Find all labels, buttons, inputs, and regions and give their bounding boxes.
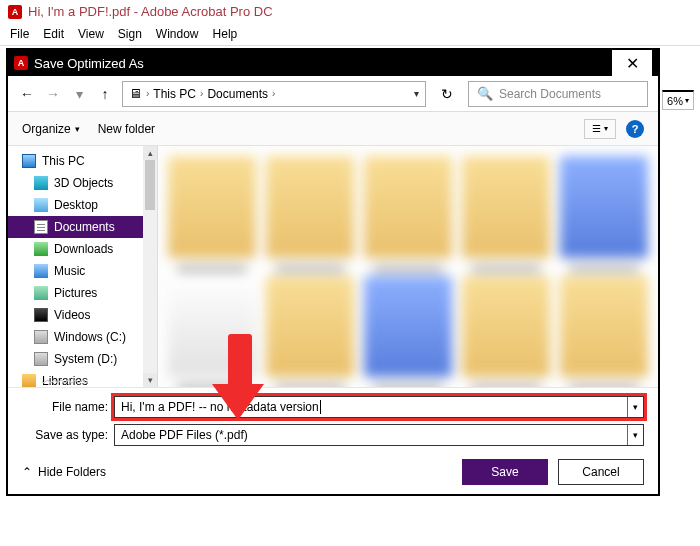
help-button[interactable]: ? [626, 120, 644, 138]
pc-icon: 🖥 [129, 86, 142, 101]
organize-button[interactable]: Organize ▾ [22, 122, 80, 136]
recent-locations-button[interactable]: ▾ [70, 85, 88, 103]
filename-input[interactable]: Hi, I'm a PDF! -- no metadata version ▾ [114, 396, 644, 418]
chevron-up-icon: ⌃ [22, 465, 32, 479]
nav-tree[interactable]: This PC 3D Objects Desktop Documents Dow… [8, 146, 143, 387]
menu-help[interactable]: Help [213, 27, 238, 41]
cancel-button[interactable]: Cancel [558, 459, 644, 485]
tree-this-pc[interactable]: This PC [8, 150, 143, 172]
menu-sign[interactable]: Sign [118, 27, 142, 41]
back-button[interactable]: ← [18, 85, 36, 103]
tree-downloads[interactable]: Downloads [8, 238, 143, 260]
menu-bar: File Edit View Sign Window Help [0, 23, 700, 46]
refresh-button[interactable]: ↻ [434, 81, 460, 107]
annotation-arrow [214, 334, 262, 428]
nav-tree-wrap: This PC 3D Objects Desktop Documents Dow… [8, 146, 158, 387]
filename-label: File name: [22, 400, 108, 414]
folder-icon [364, 276, 452, 378]
music-icon [34, 264, 48, 278]
search-input[interactable]: 🔍 Search Documents [468, 81, 648, 107]
crumb-sep-icon: › [146, 88, 149, 99]
scrollbar-thumb[interactable] [145, 160, 155, 210]
tree-item-label: Windows (C:) [54, 330, 126, 344]
chevron-down-icon: ▾ [604, 124, 608, 133]
tree-windows-c[interactable]: Windows (C:) [8, 326, 143, 348]
tree-scrollbar[interactable]: ▴ ▾ [143, 146, 157, 387]
hide-folders-button[interactable]: ⌃ Hide Folders [22, 465, 106, 479]
tree-pictures[interactable]: Pictures [8, 282, 143, 304]
dialog-title-bar: A Save Optimized As ✕ [8, 50, 658, 76]
tree-item-label: System (D:) [54, 352, 117, 366]
menu-view[interactable]: View [78, 27, 104, 41]
pictures-icon [34, 286, 48, 300]
dialog-body: This PC 3D Objects Desktop Documents Dow… [8, 146, 658, 387]
menu-edit[interactable]: Edit [43, 27, 64, 41]
nav-row: ← → ▾ ↑ 🖥 › This PC › Documents › ▾ ↻ 🔍 … [8, 76, 658, 112]
toolbar-row: Organize ▾ New folder ☰ ▾ ? [8, 112, 658, 146]
3d-objects-icon [34, 176, 48, 190]
tree-item-label: Documents [54, 220, 115, 234]
zoom-level[interactable]: 6% ▾ [662, 90, 694, 110]
save-type-select[interactable]: Adobe PDF Files (*.pdf) ▾ [114, 424, 644, 446]
list-view-icon: ☰ [592, 123, 601, 134]
hide-folders-label: Hide Folders [38, 465, 106, 479]
tree-item-label: This PC [42, 154, 85, 168]
forward-button[interactable]: → [44, 85, 62, 103]
pc-icon [22, 154, 36, 168]
folder-icon [364, 156, 452, 258]
folder-icon [560, 276, 648, 378]
folder-icon [168, 156, 256, 258]
organize-label: Organize [22, 122, 71, 136]
form-area: File name: Hi, I'm a PDF! -- no metadata… [8, 387, 658, 450]
scroll-up-icon[interactable]: ▴ [143, 146, 157, 160]
videos-icon [34, 308, 48, 322]
dialog-title-text: Save Optimized As [34, 56, 144, 71]
tree-videos[interactable]: Videos [8, 304, 143, 326]
tree-item-label: Pictures [54, 286, 97, 300]
tree-system-d[interactable]: System (D:) [8, 348, 143, 370]
acrobat-icon: A [8, 5, 22, 19]
tree-documents[interactable]: Documents [8, 216, 143, 238]
scroll-down-icon[interactable]: ▾ [143, 373, 157, 387]
folder-icon [266, 156, 354, 258]
dialog-footer: ⌃ Hide Folders Save Cancel [8, 450, 658, 494]
new-folder-button[interactable]: New folder [98, 122, 155, 136]
crumb-documents[interactable]: Documents [207, 87, 268, 101]
tree-item-label: Videos [54, 308, 90, 322]
menu-file[interactable]: File [10, 27, 29, 41]
save-type-value: Adobe PDF Files (*.pdf) [121, 428, 248, 442]
tree-desktop[interactable]: Desktop [8, 194, 143, 216]
search-placeholder: Search Documents [499, 87, 601, 101]
address-dropdown-icon[interactable]: ▾ [414, 88, 419, 99]
crumb-sep-icon: › [200, 88, 203, 99]
tree-item-label: Music [54, 264, 85, 278]
desktop-icon [34, 198, 48, 212]
crumb-sep-icon: › [272, 88, 275, 99]
acrobat-icon: A [14, 56, 28, 70]
save-dialog: A Save Optimized As ✕ ← → ▾ ↑ 🖥 › This P… [6, 48, 660, 496]
libraries-icon [22, 374, 36, 387]
crumb-this-pc[interactable]: This PC [153, 87, 196, 101]
zoom-value: 6% [667, 95, 683, 107]
up-button[interactable]: ↑ [96, 85, 114, 103]
save-button[interactable]: Save [462, 459, 548, 485]
tree-music[interactable]: Music [8, 260, 143, 282]
close-button[interactable]: ✕ [612, 50, 652, 76]
tree-item-label: Downloads [54, 242, 113, 256]
text-cursor [320, 400, 321, 414]
view-mode-button[interactable]: ☰ ▾ [584, 119, 616, 139]
folder-icon [560, 156, 648, 258]
tree-item-label: Desktop [54, 198, 98, 212]
tree-libraries[interactable]: Libraries [8, 370, 143, 387]
documents-icon [34, 220, 48, 234]
tree-3d-objects[interactable]: 3D Objects [8, 172, 143, 194]
address-bar[interactable]: 🖥 › This PC › Documents › ▾ [122, 81, 426, 107]
save-type-dropdown[interactable]: ▾ [627, 425, 643, 445]
tree-item-label: 3D Objects [54, 176, 113, 190]
folder-icon [462, 156, 550, 258]
folder-icon [266, 276, 354, 378]
app-title-bar: A Hi, I'm a PDF!.pdf - Adobe Acrobat Pro… [0, 0, 700, 23]
menu-window[interactable]: Window [156, 27, 199, 41]
chevron-down-icon: ▾ [685, 96, 689, 105]
filename-dropdown[interactable]: ▾ [627, 397, 643, 417]
